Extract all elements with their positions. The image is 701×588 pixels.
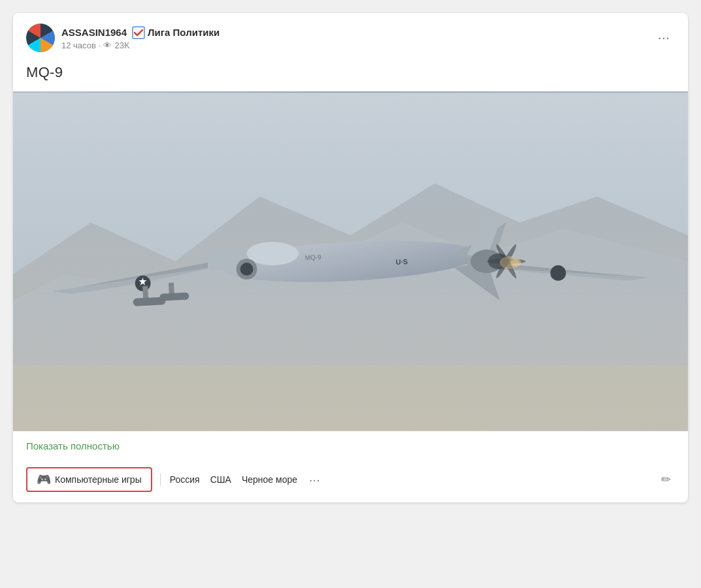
svg-point-9 — [240, 263, 253, 276]
drone-image: U·S MQ-9 — [13, 91, 688, 431]
eye-icon: 👁 — [103, 41, 112, 50]
svg-rect-4 — [13, 365, 688, 430]
tags-more-button[interactable]: ··· — [306, 471, 323, 489]
tag-usa[interactable]: США — [209, 472, 233, 487]
tags-row: 🎮 Компьютерные игры Россия США Черное мо… — [13, 461, 688, 502]
tag-divider — [160, 474, 161, 485]
svg-point-16 — [550, 265, 566, 281]
username[interactable]: ASSASIN1964 — [61, 27, 127, 38]
user-info: ASSASIN1964 Лига Политики 12 часов · 👁 — [61, 26, 220, 50]
more-options-button[interactable]: ··· — [653, 28, 675, 48]
svg-text:U·S: U·S — [396, 257, 408, 266]
tag-russia[interactable]: Россия — [169, 472, 201, 487]
post-views: 23K — [114, 41, 129, 50]
tag-blacksea[interactable]: Черное море — [240, 472, 299, 487]
post-card: ASSASIN1964 Лига Политики 12 часов · 👁 — [13, 13, 688, 502]
svg-point-7 — [247, 242, 299, 265]
post-meta: 12 часов · 👁 23K — [61, 41, 220, 50]
gamepad-icon: 🎮 — [37, 472, 51, 487]
svg-rect-30 — [159, 292, 189, 301]
tag-computers-label: Компьютерные игры — [55, 474, 142, 485]
svg-point-26 — [511, 259, 521, 267]
avatar[interactable] — [26, 24, 55, 52]
edit-button[interactable]: ✏ — [657, 470, 675, 489]
top-row: ASSASIN1964 Лига Политики — [61, 26, 220, 39]
svg-rect-27 — [142, 286, 148, 299]
svg-text:MQ-9: MQ-9 — [305, 253, 322, 261]
post-title: MQ-9 — [13, 59, 688, 91]
post-image[interactable]: U·S MQ-9 — [13, 91, 688, 431]
tag-computers[interactable]: 🎮 Компьютерные игры — [26, 467, 152, 492]
post-header: ASSASIN1964 Лига Политики 12 часов · 👁 — [13, 13, 688, 59]
community-badge: Лига Политики — [132, 26, 220, 39]
show-more-button[interactable]: Показать полностью — [13, 431, 133, 461]
post-time: 12 часов — [61, 41, 96, 50]
header-left: ASSASIN1964 Лига Политики 12 часов · 👁 — [26, 24, 220, 52]
badge-icon — [132, 26, 145, 39]
community-name[interactable]: Лига Политики — [148, 27, 220, 38]
svg-rect-29 — [169, 283, 174, 295]
